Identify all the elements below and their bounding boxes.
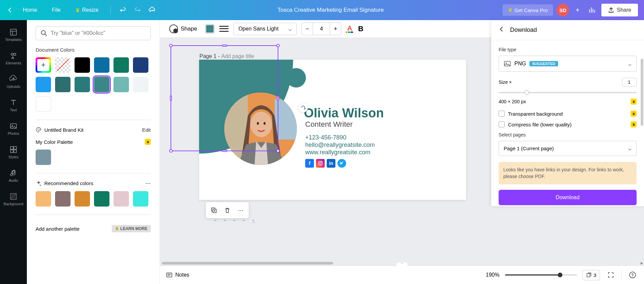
more-button[interactable]: ⋯ (235, 205, 246, 216)
color-swatch[interactable] (36, 191, 51, 207)
learn-more-button[interactable]: ♛ LEARN MORE (112, 225, 151, 232)
duplicate-button[interactable] (209, 205, 219, 216)
bold-button[interactable]: B (358, 24, 363, 33)
signature-title[interactable]: Content Writer (305, 120, 353, 129)
notes-button[interactable]: Notes (166, 272, 189, 278)
color-swatch[interactable] (94, 191, 109, 207)
chevron-up-icon: ⌃ (232, 219, 236, 224)
file-type-select[interactable]: PNG SUGGESTED ⌵ (499, 56, 637, 72)
scroll-right-icon[interactable]: ▶ (641, 261, 643, 265)
linkedin-icon[interactable]: in (327, 159, 335, 168)
share-button[interactable]: Share (601, 4, 638, 16)
color-swatch[interactable] (75, 191, 90, 207)
instagram-icon[interactable] (316, 159, 325, 168)
color-swatch[interactable] (75, 57, 90, 73)
user-avatar[interactable]: SD (556, 4, 569, 16)
insights-button[interactable] (586, 4, 598, 16)
color-swatch[interactable] (94, 57, 109, 73)
color-swatch[interactable] (133, 77, 148, 92)
decrement-button[interactable]: − (302, 23, 313, 35)
add-collaborator-button[interactable]: + (572, 4, 583, 16)
home-button[interactable]: Home (17, 4, 43, 16)
no-color-swatch[interactable] (55, 57, 71, 73)
resize-handle-tm[interactable] (222, 45, 227, 47)
signature-email[interactable]: hello@reallygreatsite.com (305, 141, 375, 149)
text-color-button[interactable]: A (346, 25, 353, 33)
color-swatch[interactable] (55, 77, 71, 92)
sidebar-background[interactable]: Background (0, 190, 27, 208)
upload-icon (608, 7, 614, 13)
signature-website[interactable]: www.reallygreatsite.com (305, 149, 370, 156)
cloud-sync-icon[interactable] (146, 4, 158, 16)
help-button[interactable] (627, 270, 638, 280)
expand-chevron[interactable]: ⌃ (252, 219, 256, 224)
signature-name[interactable]: Olivia Wilson (304, 106, 384, 120)
get-pro-button[interactable]: ♛ Get Canva Pro (503, 4, 553, 16)
collapse-button[interactable]: ⌃ (396, 262, 408, 266)
color-swatch-selected[interactable] (94, 77, 109, 92)
scrollbar-thumb[interactable] (162, 262, 333, 265)
sidebar-audio[interactable]: Audio (0, 167, 27, 184)
color-swatch[interactable] (36, 96, 51, 112)
sidebar-text[interactable]: Text (0, 97, 27, 114)
design-canvas[interactable]: Olivia Wilson Content Writer +123-456-78… (199, 60, 466, 200)
color-swatch[interactable] (55, 191, 71, 207)
color-swatch[interactable] (113, 191, 129, 207)
color-swatch[interactable] (133, 191, 148, 207)
twitter-icon[interactable] (337, 159, 346, 168)
profile-photo[interactable] (224, 93, 297, 165)
color-swatch[interactable] (133, 57, 148, 73)
text-icon (9, 99, 17, 107)
page-label[interactable]: Page 1 - Add page title (199, 53, 254, 59)
shape-button[interactable]: Shape (166, 22, 200, 35)
page-count-button[interactable]: 3 (583, 270, 600, 280)
file-button[interactable]: File (46, 4, 67, 16)
back-icon[interactable] (6, 6, 14, 14)
resize-handle-tl[interactable] (169, 44, 173, 47)
resize-handle-lm[interactable] (170, 96, 172, 101)
fill-color-button[interactable] (205, 24, 215, 34)
pages-select[interactable]: Page 1 (Current page) ⌵ (499, 141, 637, 156)
back-button[interactable] (499, 26, 505, 34)
panel-scrollbar[interactable] (641, 59, 643, 126)
download-button[interactable]: Download (499, 190, 637, 205)
transparent-checkbox[interactable] (499, 111, 505, 117)
sidebar-uploads[interactable]: Uploads (0, 73, 27, 91)
resize-handle-bl[interactable] (169, 149, 173, 153)
resize-handle-tr[interactable] (276, 44, 280, 47)
sidebar-templates[interactable]: Templates (0, 26, 27, 44)
zoom-slider[interactable] (505, 272, 577, 278)
delete-button[interactable] (222, 205, 233, 216)
facebook-icon[interactable]: f (305, 159, 314, 168)
color-swatch[interactable] (36, 77, 51, 92)
increment-button[interactable]: + (330, 23, 341, 35)
border-style-button[interactable] (219, 24, 229, 34)
color-search-input[interactable] (51, 30, 146, 36)
size-slider[interactable] (499, 89, 637, 96)
color-swatch[interactable] (113, 57, 129, 73)
color-swatch[interactable] (36, 150, 51, 165)
accent-circle[interactable] (286, 68, 306, 88)
size-value[interactable]: 4 (313, 23, 330, 35)
size-input[interactable] (622, 78, 637, 87)
sidebar-photos[interactable]: Photos (0, 120, 27, 137)
resize-button[interactable]: ♛ Resize (69, 4, 104, 16)
more-button[interactable]: ⋯ (145, 180, 151, 186)
document-title[interactable]: Tosca Creative Marketing Email Signature (161, 7, 500, 13)
redo-button[interactable] (132, 4, 144, 16)
slider-thumb[interactable] (558, 273, 562, 277)
compress-checkbox[interactable] (499, 121, 505, 127)
slider-thumb[interactable] (524, 90, 529, 95)
color-swatch[interactable] (113, 77, 129, 92)
color-swatch[interactable] (75, 77, 90, 92)
undo-button[interactable] (117, 4, 129, 16)
sidebar-label: Uploads (7, 84, 20, 89)
font-select[interactable]: Open Sans Light ⌵ (233, 23, 297, 35)
signature-phone[interactable]: +123-456-7890 (305, 134, 347, 141)
sidebar-styles[interactable]: Styles (0, 144, 27, 161)
sidebar-elements[interactable]: Elements (0, 50, 27, 67)
divider (622, 270, 622, 280)
add-color-button[interactable] (36, 57, 51, 73)
edit-brand-kit-link[interactable]: Edit (142, 127, 151, 133)
fullscreen-button[interactable] (605, 270, 616, 280)
